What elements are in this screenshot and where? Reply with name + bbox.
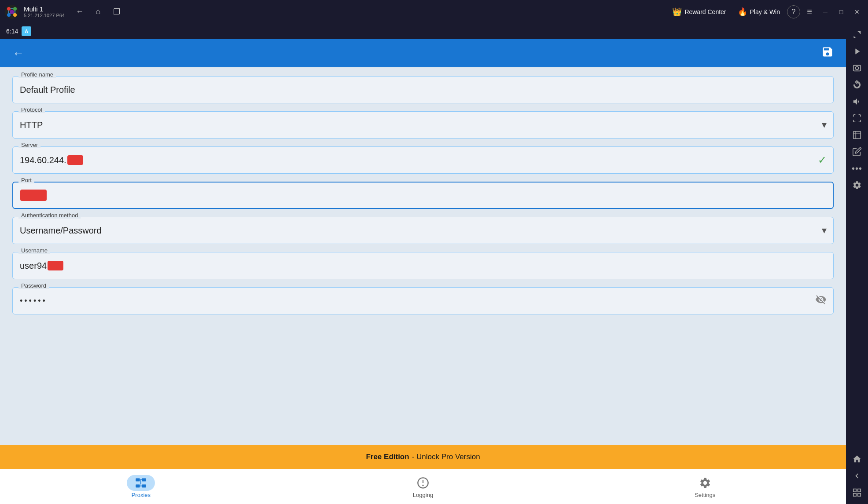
status-icon: A xyxy=(22,26,31,36)
tab-settings[interactable]: Settings xyxy=(564,471,846,502)
svg-rect-18 xyxy=(853,131,861,139)
free-edition-banner[interactable]: Free Edition - Unlock Pro Version xyxy=(0,445,846,469)
tab-proxies[interactable]: Proxies xyxy=(0,471,282,502)
sidebar-screenshot-button[interactable] xyxy=(848,60,866,76)
logging-icon xyxy=(415,475,431,491)
logging-label: Logging xyxy=(413,492,433,498)
right-sidebar: ••• xyxy=(846,23,868,504)
crown-icon: 👑 xyxy=(672,7,682,17)
minimize-button[interactable]: ─ xyxy=(819,5,832,18)
username-redacted-badge xyxy=(48,261,63,270)
sidebar-back-collapse-button[interactable] xyxy=(848,468,866,484)
svg-point-17 xyxy=(855,66,858,69)
auth-method-label: Authentication method xyxy=(18,212,81,219)
help-button[interactable]: ? xyxy=(787,5,800,18)
profile-name-value[interactable]: Default Profile xyxy=(20,85,75,95)
protocol-field: Protocol HTTP ▾ xyxy=(12,111,834,139)
nav-back-button[interactable]: ← xyxy=(73,5,87,19)
save-button[interactable] xyxy=(818,44,837,63)
svg-point-2 xyxy=(13,7,17,11)
free-edition-bold: Free Edition xyxy=(366,453,409,461)
menu-icon: ≡ xyxy=(807,7,812,17)
port-field: Port xyxy=(12,182,834,209)
minimize-icon: ─ xyxy=(823,8,828,15)
password-field: Password •••••• xyxy=(12,287,834,314)
protocol-value: HTTP xyxy=(20,120,43,130)
maximize-button[interactable]: □ xyxy=(835,5,848,18)
svg-rect-8 xyxy=(136,485,140,488)
nav-window-button[interactable]: ❐ xyxy=(110,5,124,19)
reward-center-button[interactable]: 👑 Reward Center xyxy=(668,5,730,18)
settings-icon xyxy=(697,475,713,491)
profile-name-field: Profile name Default Profile xyxy=(12,76,834,103)
port-redacted-badge[interactable] xyxy=(20,190,47,201)
svg-rect-7 xyxy=(142,478,146,482)
svg-point-5 xyxy=(10,10,14,14)
menu-button[interactable]: ≡ xyxy=(803,5,816,18)
svg-point-4 xyxy=(13,13,17,17)
status-time: 6:14 xyxy=(6,28,18,35)
bottom-nav: Proxies Logging xyxy=(0,469,846,504)
server-label: Server xyxy=(18,142,40,148)
sidebar-home-button[interactable] xyxy=(848,451,866,467)
sidebar-volume-button[interactable] xyxy=(848,94,866,110)
settings-label: Settings xyxy=(695,492,715,498)
auth-method-field: Authentication method Username/Password … xyxy=(12,217,834,244)
sidebar-resize-button[interactable] xyxy=(848,127,866,143)
app-logo xyxy=(4,4,19,19)
app-title: Multi 1 xyxy=(24,5,65,13)
fire-icon: 🔥 xyxy=(738,7,747,17)
protocol-label: Protocol xyxy=(18,106,45,113)
free-edition-unlock: - Unlock Pro Version xyxy=(412,453,480,461)
server-redacted-badge xyxy=(67,155,83,165)
back-button[interactable]: ← xyxy=(9,44,28,63)
username-value[interactable]: user94 xyxy=(20,261,47,271)
password-toggle-icon[interactable] xyxy=(815,294,827,308)
save-icon xyxy=(821,46,834,61)
sidebar-edit-button[interactable] xyxy=(848,144,866,160)
svg-point-3 xyxy=(7,13,11,17)
auth-method-value: Username/Password xyxy=(20,226,102,236)
tab-logging[interactable]: Logging xyxy=(282,471,564,502)
svg-rect-21 xyxy=(853,493,856,496)
port-label: Port xyxy=(18,177,34,183)
svg-rect-9 xyxy=(142,485,146,488)
svg-rect-22 xyxy=(858,493,861,496)
app-version: 5.21.212.1027 P64 xyxy=(24,13,65,18)
auth-method-dropdown-icon[interactable]: ▾ xyxy=(822,225,827,236)
proxies-label: Proxies xyxy=(132,492,151,498)
maximize-icon: □ xyxy=(839,8,843,15)
sidebar-scale-button[interactable] xyxy=(848,110,866,126)
username-label: Username xyxy=(18,247,50,254)
svg-rect-16 xyxy=(853,66,861,71)
sidebar-grid-button[interactable] xyxy=(848,485,866,500)
home-icon: ⌂ xyxy=(96,7,101,16)
protocol-dropdown-icon[interactable]: ▾ xyxy=(822,119,827,131)
sidebar-expand-button[interactable] xyxy=(848,27,866,43)
app-title-group: Multi 1 5.21.212.1027 P64 xyxy=(24,5,65,18)
sidebar-settings-button[interactable] xyxy=(848,177,866,193)
play-win-button[interactable]: 🔥 Play & Win xyxy=(733,5,784,18)
sidebar-play-button[interactable] xyxy=(848,44,866,59)
window-icon: ❐ xyxy=(113,7,120,17)
sidebar-rotate-button[interactable] xyxy=(848,77,866,93)
help-icon: ? xyxy=(792,8,796,16)
username-field: Username user94 xyxy=(12,252,834,279)
svg-rect-19 xyxy=(853,489,856,492)
server-check-icon: ✓ xyxy=(818,154,827,166)
svg-rect-20 xyxy=(858,489,861,492)
svg-point-15 xyxy=(422,485,424,486)
close-icon: ✕ xyxy=(854,8,860,15)
back-icon: ← xyxy=(13,47,24,60)
password-label: Password xyxy=(18,282,49,289)
sidebar-more-button[interactable]: ••• xyxy=(848,161,866,176)
close-button[interactable]: ✕ xyxy=(850,5,864,18)
server-value[interactable]: 194.60.244. xyxy=(20,155,66,165)
svg-point-1 xyxy=(7,7,11,11)
server-field: Server 194.60.244. ✓ xyxy=(12,146,834,174)
nav-home-button[interactable]: ⌂ xyxy=(91,5,105,19)
password-dots[interactable]: •••••• xyxy=(20,296,47,306)
svg-rect-6 xyxy=(136,478,140,482)
profile-name-label: Profile name xyxy=(18,71,56,78)
proxies-icon xyxy=(127,475,155,491)
